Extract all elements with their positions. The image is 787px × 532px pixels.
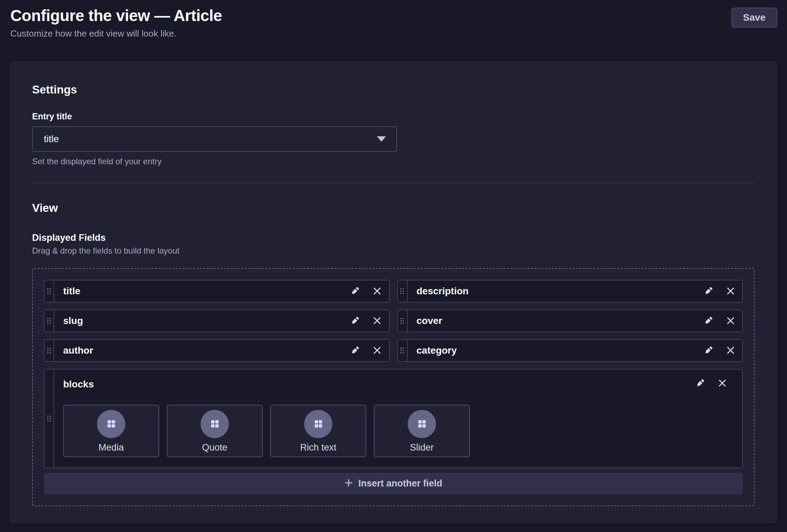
insert-another-field-button[interactable]: + Insert another field [44, 473, 743, 494]
component-label: Quote [202, 442, 227, 453]
field-label: title [54, 286, 348, 297]
edit-field-button[interactable] [701, 313, 716, 328]
component-icon-circle [201, 410, 229, 438]
drag-dots-icon [45, 287, 53, 295]
plus-icon: + [344, 476, 353, 490]
component-card-media[interactable]: Media [63, 405, 159, 457]
fields-dropzone: title description slug [32, 268, 755, 506]
field-label: cover [408, 315, 701, 326]
pencil-icon [350, 345, 360, 356]
grid-icon [210, 418, 220, 429]
blocks-body: blocks Media [54, 370, 742, 467]
entry-title-hint: Set the displayed field of your entry [32, 157, 755, 166]
grid-icon [417, 418, 427, 429]
field-card-slug[interactable]: slug [44, 309, 390, 332]
edit-field-button[interactable] [701, 343, 716, 358]
x-icon [725, 315, 736, 326]
displayed-fields-hint: Drag & drop the fields to build the layo… [32, 246, 755, 256]
remove-field-button[interactable] [723, 284, 738, 299]
field-label: blocks [63, 377, 692, 390]
remove-field-button[interactable] [723, 343, 738, 358]
pencil-icon [350, 315, 360, 326]
configure-view-panel: Settings Entry title title Set the displ… [9, 61, 777, 523]
drag-dots-icon [398, 346, 406, 355]
remove-field-button[interactable] [723, 313, 738, 328]
field-card-title[interactable]: title [44, 280, 390, 303]
x-icon [717, 378, 728, 388]
drag-dots-icon [45, 317, 53, 325]
component-label: Rich text [300, 442, 336, 453]
drag-dots-icon [398, 287, 406, 295]
pencil-icon [703, 286, 714, 296]
entry-title-group: Entry title title Set the displayed fiel… [32, 111, 755, 166]
field-card-cover[interactable]: cover [397, 309, 743, 332]
entry-title-select[interactable]: title [32, 126, 397, 152]
chevron-down-icon [377, 136, 386, 142]
edit-field-button[interactable] [348, 343, 363, 358]
drag-handle[interactable] [45, 310, 54, 332]
edit-field-button[interactable] [348, 313, 363, 328]
drag-dots-icon [398, 317, 406, 325]
remove-field-button[interactable] [370, 343, 385, 358]
entry-title-value: title [44, 134, 59, 145]
remove-field-button[interactable] [370, 313, 385, 328]
page-subtitle: Customize how the edit view will look li… [10, 28, 222, 39]
pencil-icon [703, 345, 714, 356]
entry-title-label: Entry title [32, 111, 755, 121]
components-row: Media Quote Rich text [63, 405, 734, 457]
field-label: category [408, 345, 701, 356]
drag-handle[interactable] [45, 340, 54, 361]
x-icon [725, 286, 736, 296]
field-card-description[interactable]: description [397, 280, 743, 303]
save-button[interactable]: Save [731, 8, 777, 28]
field-label: description [408, 286, 701, 297]
displayed-fields-label: Displayed Fields [32, 233, 755, 243]
component-card-slider[interactable]: Slider [374, 405, 470, 457]
field-label: author [54, 345, 348, 356]
x-icon [372, 315, 382, 326]
field-card-category[interactable]: category [397, 339, 743, 362]
drag-dots-icon [45, 414, 53, 423]
x-icon [372, 286, 382, 296]
blocks-header: blocks [63, 376, 734, 391]
grid-icon [106, 418, 117, 429]
component-card-rich-text[interactable]: Rich text [270, 405, 366, 457]
drag-dots-icon [45, 346, 53, 355]
field-card-author[interactable]: author [44, 339, 390, 362]
settings-section-title: Settings [32, 83, 755, 96]
pencil-icon [695, 378, 706, 388]
page-title: Configure the view — Article [10, 6, 222, 26]
edit-field-button[interactable] [348, 284, 363, 299]
drag-handle[interactable] [398, 310, 408, 332]
insert-another-field-label: Insert another field [358, 478, 442, 489]
page-header-text: Configure the view — Article Customize h… [10, 6, 222, 39]
grid-icon [313, 418, 324, 429]
drag-handle[interactable] [45, 280, 54, 302]
page-header: Configure the view — Article Customize h… [0, 0, 787, 39]
component-icon-circle [408, 410, 436, 438]
component-card-quote[interactable]: Quote [167, 405, 263, 457]
remove-field-button[interactable] [715, 376, 730, 391]
drag-handle[interactable] [398, 340, 408, 361]
section-divider [32, 183, 755, 184]
field-label: slug [54, 315, 348, 326]
drag-handle[interactable] [45, 370, 54, 467]
view-section-title: View [32, 201, 755, 215]
pencil-icon [350, 286, 360, 296]
component-icon-circle [97, 410, 125, 438]
field-card-blocks[interactable]: blocks Media [44, 369, 743, 468]
edit-field-button[interactable] [701, 284, 716, 299]
component-label: Slider [410, 442, 434, 453]
component-label: Media [98, 442, 124, 453]
component-icon-circle [304, 410, 332, 438]
pencil-icon [703, 315, 714, 326]
edit-field-button[interactable] [692, 376, 708, 391]
x-icon [725, 345, 736, 356]
drag-handle[interactable] [398, 280, 408, 302]
x-icon [372, 345, 382, 356]
remove-field-button[interactable] [370, 284, 385, 299]
